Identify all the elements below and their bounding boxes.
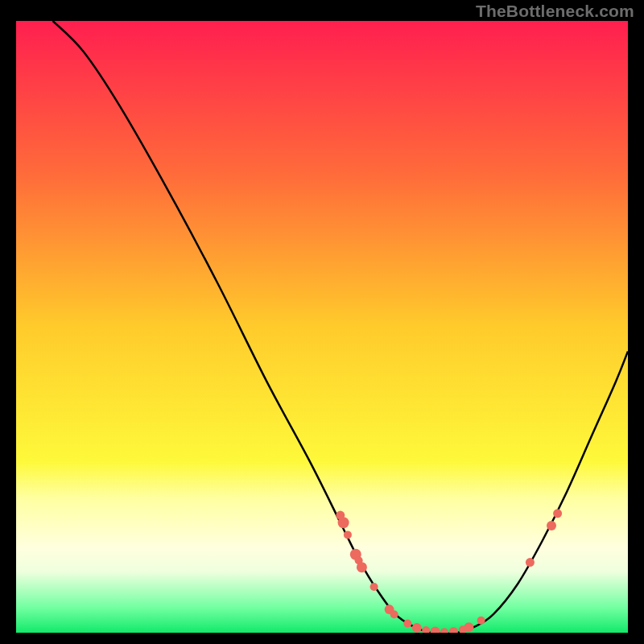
plot-area (16, 21, 628, 633)
data-marker (344, 530, 352, 539)
data-marker (526, 558, 535, 567)
data-marker (357, 562, 367, 572)
chart-container: TheBottleneck.com (0, 0, 644, 644)
watermark-text: TheBottleneck.com (476, 2, 634, 21)
chart-svg (16, 21, 628, 633)
data-marker (553, 509, 562, 518)
heatmap-background (16, 21, 628, 633)
data-marker (464, 622, 473, 632)
data-marker (412, 623, 422, 633)
data-marker (477, 617, 485, 625)
data-marker (547, 521, 556, 530)
data-marker (338, 517, 349, 528)
data-marker (390, 610, 398, 618)
data-marker (370, 583, 378, 591)
data-marker (403, 620, 411, 628)
